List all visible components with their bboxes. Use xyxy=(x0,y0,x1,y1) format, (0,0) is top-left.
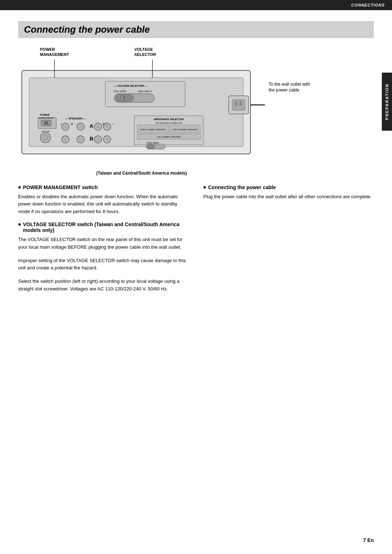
voltage-selector-para3: Select the switch position (left or righ… xyxy=(18,278,189,293)
svg-rect-57 xyxy=(235,101,237,106)
power-management-body: Enables or disables the automatic power … xyxy=(18,193,189,216)
svg-text:–: – xyxy=(75,123,77,125)
svg-text:+: + xyxy=(60,123,61,125)
svg-point-26 xyxy=(96,125,100,129)
svg-text:LOW          HIGH: LOW HIGH xyxy=(146,142,159,144)
svg-text:— VOLTAGE SELECTOR —: — VOLTAGE SELECTOR — xyxy=(114,85,147,87)
device-diagram: POWER MANAGEMENT — VOLTAGE SELECTOR — 11… xyxy=(18,60,265,168)
annotation-line1: To the wall outlet with xyxy=(269,82,310,87)
svg-text:SET BEFORE POWER ON: SET BEFORE POWER ON xyxy=(156,122,182,124)
diagram-section: POWERMANAGEMENT VOLTAGESELECTOR POWER MA… xyxy=(18,47,374,176)
page-title: Connecting the power cable xyxy=(18,21,374,38)
diagram-annotation: To the wall outlet with the power cable xyxy=(269,81,330,94)
svg-point-39 xyxy=(105,138,109,141)
content-columns: POWER MANAGEMENT switch Enables or disab… xyxy=(18,184,374,299)
content-col-left: POWER MANAGEMENT switch Enables or disab… xyxy=(18,184,189,299)
page-number: 7 En xyxy=(363,537,374,543)
power-management-heading: POWER MANAGEMENT switch xyxy=(18,184,189,190)
preparation-tab-label: PREPARATION xyxy=(385,83,389,120)
svg-text:A: A xyxy=(90,123,93,129)
preparation-tab: PREPARATION xyxy=(382,73,392,131)
label-power-management: POWERMANAGEMENT xyxy=(40,47,69,57)
section-label: CONNECTIONS xyxy=(351,3,385,7)
connecting-cable-heading: Connecting the power cable xyxy=(203,184,374,190)
top-bar: CONNECTIONS xyxy=(0,0,392,10)
taiwan-caption: (Taiwan and Central/South America models… xyxy=(18,171,265,176)
svg-text:A+B: 12Ω/MIN. /SPEAKER: A+B: 12Ω/MIN. /SPEAKER xyxy=(157,136,181,138)
svg-text:110–120V: 110–120V xyxy=(113,90,127,93)
voltage-selector-para2: Improper setting of the VOLTAGE SELECTOR… xyxy=(18,257,189,272)
svg-text:MANAGEMENT: MANAGEMENT xyxy=(38,117,54,119)
svg-text:OFF ON: OFF ON xyxy=(41,130,50,133)
svg-rect-7 xyxy=(44,121,48,125)
svg-text:A OR B: 6Ω/MIN. /SPEAKER: A OR B: 6Ω/MIN. /SPEAKER xyxy=(172,129,198,131)
svg-text:POWER: POWER xyxy=(40,114,49,116)
svg-point-23 xyxy=(79,125,82,129)
main-content: Connecting the power cable POWERMANAGEME… xyxy=(0,10,392,317)
label-voltage-selector: VOLTAGESELECTOR xyxy=(134,47,156,57)
svg-point-19 xyxy=(64,125,67,129)
svg-text:IMPEDANCE SELECTOR: IMPEDANCE SELECTOR xyxy=(154,118,184,121)
svg-text:+: + xyxy=(113,123,114,125)
voltage-selector-para1: The VOLTAGE SELECTOR switch on the rear … xyxy=(18,236,189,251)
content-col-right: Connecting the power cable Plug the powe… xyxy=(203,184,374,299)
svg-rect-58 xyxy=(240,101,242,106)
annotation-line2: the power cable xyxy=(269,87,299,93)
connecting-cable-body: Plug the power cable into the wall outle… xyxy=(203,193,374,201)
svg-text:⊕: ⊕ xyxy=(71,122,73,126)
diagram-container: POWER MANAGEMENT — VOLTAGE SELECTOR — 11… xyxy=(18,60,330,176)
svg-text:A OR B: 4Ω/MIN. /SPEAKER: A OR B: 4Ω/MIN. /SPEAKER xyxy=(140,129,166,131)
svg-text:B: B xyxy=(90,136,93,142)
svg-point-37 xyxy=(96,138,100,141)
svg-point-29 xyxy=(105,125,109,129)
voltage-selector-heading: VOLTAGE SELECTOR switch (Taiwan and Cent… xyxy=(18,221,189,233)
diagram-labels: POWERMANAGEMENT VOLTAGESELECTOR xyxy=(18,47,374,57)
svg-rect-54 xyxy=(147,144,155,149)
svg-rect-56 xyxy=(232,99,245,110)
svg-text:— SPEAKERS —: — SPEAKERS — xyxy=(65,117,86,120)
svg-point-42 xyxy=(42,135,48,140)
svg-text:220–240 V: 220–240 V xyxy=(138,90,152,93)
svg-point-32 xyxy=(64,138,67,141)
svg-point-34 xyxy=(79,138,82,141)
